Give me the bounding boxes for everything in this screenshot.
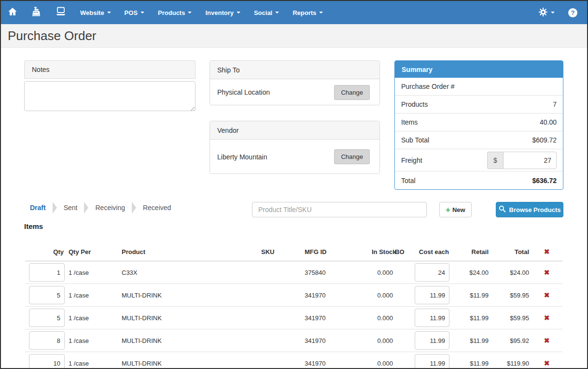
items-heading: Items bbox=[24, 222, 43, 230]
summary-header: Summary bbox=[395, 61, 563, 78]
cost-each-input[interactable] bbox=[415, 263, 449, 282]
nav-products-label: Products bbox=[158, 9, 185, 16]
in-stock-cell: 0.000 bbox=[370, 261, 394, 284]
ship-to-header: Ship To bbox=[210, 61, 379, 79]
nav-social[interactable]: Social bbox=[247, 1, 286, 24]
app-window: Website POS Products Inventory Social Re… bbox=[0, 0, 588, 369]
product-cell: MULTI-DRINK bbox=[120, 352, 259, 369]
nav-pos[interactable]: POS bbox=[118, 1, 151, 24]
product-cell: MULTI-DRINK bbox=[120, 284, 259, 307]
qty-input[interactable] bbox=[29, 263, 65, 282]
vendor-header: Vendor bbox=[210, 121, 379, 140]
navbar-right: ? bbox=[532, 1, 587, 24]
delete-row-button[interactable]: ✖ bbox=[544, 269, 550, 276]
delete-all-button[interactable]: ✖ bbox=[544, 248, 550, 255]
cost-each-input[interactable] bbox=[415, 331, 449, 350]
col-qty: Qty bbox=[25, 242, 66, 261]
table-row: 1 /case MULTI-DRINK 341970 0.000 $11.99 … bbox=[25, 329, 562, 352]
in-stock-cell: 0.000 bbox=[370, 352, 394, 369]
col-qty-per: Qty Per bbox=[66, 242, 120, 261]
register-button[interactable] bbox=[24, 1, 48, 24]
step-draft[interactable]: Draft bbox=[24, 204, 52, 212]
browse-products-button[interactable]: Browse Products bbox=[496, 202, 563, 217]
gear-icon bbox=[538, 7, 548, 18]
qty-input[interactable] bbox=[29, 354, 65, 369]
products-value: 7 bbox=[553, 100, 557, 108]
col-retail: Retail bbox=[453, 242, 490, 261]
col-sku: SKU bbox=[259, 242, 303, 261]
pos-terminal-button[interactable] bbox=[48, 1, 73, 24]
chevron-down-icon bbox=[319, 12, 323, 14]
freight-label: Freight bbox=[401, 156, 422, 164]
bo-cell bbox=[394, 284, 411, 307]
ship-to-change-button[interactable]: Change bbox=[334, 85, 370, 100]
delete-row-button[interactable]: ✖ bbox=[544, 314, 550, 322]
settings-menu-button[interactable] bbox=[532, 1, 561, 24]
nav-products[interactable]: Products bbox=[151, 1, 198, 24]
bo-cell bbox=[394, 352, 411, 369]
bo-cell bbox=[394, 329, 411, 352]
qty-input[interactable] bbox=[29, 309, 65, 327]
summary-row-items: Items 40.00 bbox=[395, 114, 563, 131]
qty-input[interactable] bbox=[29, 331, 65, 350]
new-product-button[interactable]: + New bbox=[439, 202, 472, 217]
currency-addon: $ bbox=[487, 152, 503, 169]
delete-row-button[interactable]: ✖ bbox=[544, 359, 550, 367]
qty-per-cell: 1 /case bbox=[66, 261, 120, 284]
chevron-right-icon bbox=[84, 202, 88, 213]
sku-cell bbox=[259, 352, 303, 369]
nav-inventory[interactable]: Inventory bbox=[198, 1, 247, 24]
cost-each-input[interactable] bbox=[415, 309, 449, 327]
nav-reports[interactable]: Reports bbox=[286, 1, 330, 24]
home-icon bbox=[7, 6, 18, 19]
chevron-down-icon bbox=[275, 12, 279, 14]
home-button[interactable] bbox=[1, 1, 24, 24]
in-stock-cell: 0.000 bbox=[370, 307, 394, 329]
notes-panel-header: Notes bbox=[24, 60, 196, 79]
product-cell: C33X bbox=[120, 261, 259, 284]
delete-row-button[interactable]: ✖ bbox=[544, 291, 550, 299]
qty-input[interactable] bbox=[29, 286, 65, 304]
step-received[interactable]: Received bbox=[137, 204, 177, 212]
step-receiving[interactable]: Receiving bbox=[89, 204, 130, 212]
total-cell: $24.00 bbox=[490, 261, 531, 284]
product-search-input[interactable] bbox=[252, 202, 427, 217]
mfg-id-cell: 341970 bbox=[303, 352, 370, 369]
cost-each-input[interactable] bbox=[415, 354, 449, 369]
step-sent[interactable]: Sent bbox=[58, 204, 84, 212]
cash-register-icon bbox=[30, 6, 42, 19]
col-mfg-id: MFG ID bbox=[303, 242, 370, 261]
vendor-name: Liberty Mountain bbox=[217, 153, 267, 161]
in-stock-cell: 0.000 bbox=[370, 329, 394, 352]
table-row: 1 /case MULTI-DRINK 341970 0.000 $11.99 … bbox=[25, 352, 562, 369]
col-total: Total bbox=[490, 242, 531, 261]
plus-icon: + bbox=[446, 206, 450, 214]
chevron-down-icon bbox=[107, 12, 111, 14]
delete-row-button[interactable]: ✖ bbox=[544, 337, 550, 344]
nav-website[interactable]: Website bbox=[73, 1, 118, 24]
qty-per-cell: 1 /case bbox=[66, 352, 120, 369]
help-icon: ? bbox=[568, 8, 577, 17]
vendor-title: Vendor bbox=[217, 127, 238, 134]
page-header: Purchase Order bbox=[1, 24, 587, 48]
vendor-change-button[interactable]: Change bbox=[334, 149, 370, 164]
qty-per-cell: 1 /case bbox=[66, 329, 120, 352]
help-button[interactable]: ? bbox=[561, 1, 587, 24]
freight-input[interactable] bbox=[503, 152, 557, 169]
notes-title: Notes bbox=[32, 66, 50, 73]
navbar-left: Website POS Products Inventory Social Re… bbox=[1, 1, 330, 24]
vendor-panel: Vendor Liberty Mountain Change bbox=[210, 121, 380, 174]
cost-each-input[interactable] bbox=[415, 286, 449, 304]
mfg-id-cell: 341970 bbox=[303, 329, 370, 352]
retail-cell: $11.99 bbox=[453, 307, 490, 329]
mfg-id-cell: 375840 bbox=[303, 261, 370, 284]
notes-textarea[interactable] bbox=[24, 81, 196, 111]
ship-to-title: Ship To bbox=[217, 66, 239, 74]
col-bo: BO bbox=[394, 242, 411, 261]
table-row: 1 /case C33X 375840 0.000 $24.00 $24.00 … bbox=[25, 261, 562, 284]
col-in-stock: In Stock bbox=[370, 242, 394, 261]
nav-pos-label: POS bbox=[125, 9, 138, 16]
nav-reports-label: Reports bbox=[293, 9, 316, 16]
summary-row-subtotal: Sub Total $609.72 bbox=[395, 131, 563, 149]
bo-cell bbox=[394, 261, 411, 284]
